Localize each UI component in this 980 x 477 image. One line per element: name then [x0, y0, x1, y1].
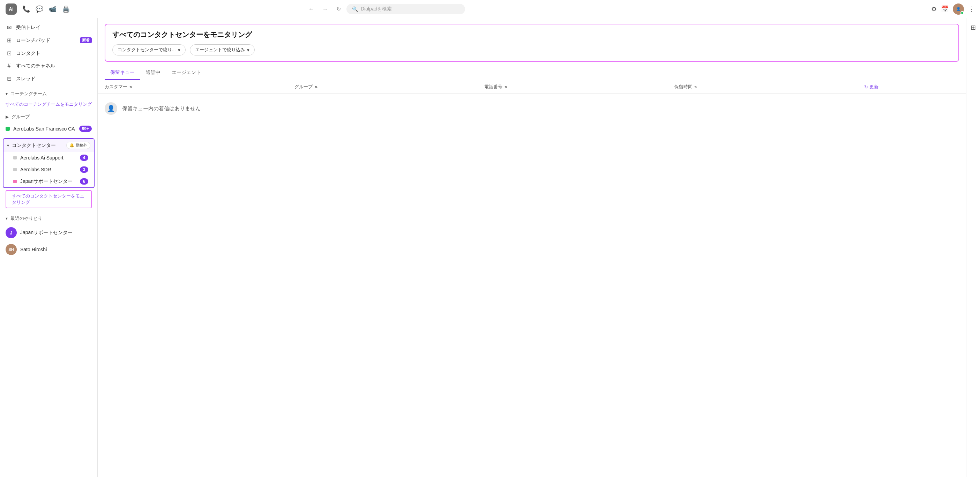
- recent-item-0[interactable]: J Japanサポートセンター: [0, 224, 97, 241]
- coaching-monitor-link[interactable]: すべてのコーチングチームをモニタリング: [0, 100, 97, 109]
- tab-agents[interactable]: エージェント: [166, 66, 207, 80]
- settings-icon[interactable]: ⚙: [931, 5, 937, 13]
- monitor-header: すべてのコンタクトセンターをモニタリング コンタクトセンターで絞り... ▾ エ…: [105, 24, 959, 62]
- cc-count-0: 4: [80, 154, 88, 161]
- contact-center-item-0[interactable]: Aerolabs Ai Support 4: [3, 152, 94, 164]
- forward-button[interactable]: →: [320, 5, 331, 14]
- topbar-actions: 📞 💬 📹 🖨️: [22, 5, 70, 13]
- launchpad-new-badge: 新着: [80, 37, 92, 43]
- time-sort-icon: ⇅: [694, 85, 697, 89]
- inbox-icon: ✉: [6, 24, 13, 31]
- table-header: カスタマー ⇅ グループ ⇅ 電話番号 ⇅ 保留時間 ⇅ ↻ 更新: [98, 80, 966, 94]
- threads-icon: ⊟: [6, 75, 13, 82]
- right-sidebar-icon[interactable]: ⊞: [970, 24, 976, 32]
- recent-label-0: Japanサポートセンター: [20, 230, 73, 236]
- recent-avatar-1: SH: [6, 244, 17, 255]
- search-placeholder: Dialpadを検索: [361, 6, 392, 12]
- refresh-button[interactable]: ↻: [334, 4, 344, 14]
- chat-icon[interactable]: 💬: [36, 5, 43, 13]
- launchpad-icon: ⊞: [6, 37, 13, 44]
- cc-color-2: [13, 180, 17, 183]
- print-icon[interactable]: 🖨️: [62, 5, 70, 13]
- sidebar-item-launchpad[interactable]: ⊞ ローンチパッド 新着: [0, 34, 97, 47]
- groups-section-header[interactable]: ▶ グループ: [0, 111, 97, 123]
- coaching-section-header[interactable]: ▾ コーチングチーム: [0, 88, 97, 100]
- recent-label-1: Sato Hiroshi: [20, 247, 47, 252]
- filter-agent-btn[interactable]: エージェントで絞り込み ▾: [190, 45, 255, 56]
- cc-count-2: 6: [80, 178, 88, 184]
- group-label: AeroLabs San Francisco CA: [13, 126, 76, 132]
- sidebar: ✉ 受信トレイ ⊞ ローンチパッド 新着 ⊡ コンタクト # すべてのチャネル …: [0, 18, 98, 477]
- more-menu-icon[interactable]: ⋮: [968, 5, 974, 13]
- tab-in-call[interactable]: 通話中: [140, 66, 166, 80]
- contacts-icon: ⊡: [6, 50, 13, 57]
- search-bar[interactable]: 🔍 Dialpadを検索: [347, 4, 465, 14]
- contact-center-header[interactable]: ▾ コンタクトセンター 🔔 勤務外: [3, 139, 94, 152]
- contact-center-box: ▾ コンタクトセンター 🔔 勤務外 Aerolabs Ai Support 4 …: [3, 138, 95, 188]
- group-color-dot: [6, 127, 10, 131]
- recent-expand-icon: ▾: [6, 216, 8, 221]
- col-group-header[interactable]: グループ ⇅: [294, 84, 484, 90]
- coaching-expand-icon: ▾: [6, 91, 8, 96]
- video-icon[interactable]: 📹: [49, 5, 57, 13]
- empty-avatar: 👤: [105, 102, 117, 115]
- filter-contact-center-btn[interactable]: コンタクトセンターで絞り... ▾: [112, 45, 186, 56]
- launchpad-label: ローンチパッド: [16, 37, 76, 44]
- recent-section-header[interactable]: ▾ 最近のやりとり: [0, 213, 97, 224]
- sidebar-item-inbox[interactable]: ✉ 受信トレイ: [0, 21, 97, 34]
- recent-item-1[interactable]: SH Sato Hiroshi: [0, 241, 97, 258]
- group-item-aerolabs-sf[interactable]: AeroLabs San Francisco CA 99+: [0, 123, 97, 135]
- cc-color-1: [13, 168, 17, 171]
- contact-center-item-1[interactable]: Aerolabs SDR 3: [3, 164, 94, 175]
- col-action-header: ↻ 更新: [864, 84, 959, 90]
- col-customer-header[interactable]: カスタマー ⇅: [105, 84, 294, 90]
- cc-label-1: Aerolabs SDR: [20, 167, 76, 172]
- contact-center-section-label: コンタクトセンター: [12, 142, 64, 149]
- tab-hold-queue[interactable]: 保留キュー: [105, 66, 140, 80]
- monitor-filters: コンタクトセンターで絞り... ▾ エージェントで絞り込み ▾: [112, 45, 951, 56]
- sidebar-item-channels[interactable]: # すべてのチャネル: [0, 60, 97, 72]
- calendar-icon[interactable]: 📅: [941, 5, 948, 13]
- coaching-section-label: コーチングチーム: [11, 91, 47, 97]
- recent-avatar-0: J: [6, 227, 17, 238]
- online-status-dot: [961, 11, 964, 15]
- main-layout: ✉ 受信トレイ ⊞ ローンチパッド 新着 ⊡ コンタクト # すべてのチャネル …: [0, 18, 980, 477]
- phone-icon[interactable]: 📞: [22, 5, 30, 13]
- topbar-right: ⚙ 📅 👤 ⋮: [931, 3, 974, 15]
- monitor-link-wrap: すべてのコンタクトセンターをモニタリング: [3, 190, 95, 208]
- groups-section-label: グループ: [11, 114, 30, 120]
- monitor-title: すべてのコンタクトセンターをモニタリング: [112, 30, 951, 40]
- col-time-header[interactable]: 保留時間 ⇅: [675, 84, 864, 90]
- browser-nav: ← → ↻ 🔍 Dialpadを検索: [305, 4, 465, 14]
- empty-state-row: 👤 保留キュー内の着信はありません: [98, 94, 966, 123]
- inbox-label: 受信トレイ: [16, 24, 92, 31]
- channels-icon: #: [6, 63, 13, 69]
- sidebar-item-threads[interactable]: ⊟ スレッド: [0, 72, 97, 85]
- user-avatar-wrap[interactable]: 👤: [953, 3, 964, 15]
- empty-message: 保留キュー内の着信はありません: [122, 105, 200, 112]
- contact-center-expand-icon: ▾: [7, 143, 9, 148]
- cc-label-0: Aerolabs Ai Support: [20, 155, 76, 161]
- topbar: Ai 📞 💬 📹 🖨️ ← → ↻ 🔍 Dialpadを検索 ⚙ 📅 👤 ⋮: [0, 0, 980, 18]
- filter-cc-label: コンタクトセンターで絞り...: [118, 47, 176, 53]
- content-area: すべてのコンタクトセンターをモニタリング コンタクトセンターで絞り... ▾ エ…: [98, 18, 966, 477]
- cc-color-0: [13, 156, 17, 159]
- refresh-icon: ↻: [864, 84, 868, 90]
- groups-expand-icon: ▶: [6, 114, 9, 119]
- sidebar-item-contacts[interactable]: ⊡ コンタクト: [0, 47, 97, 60]
- channels-label: すべてのチャネル: [16, 63, 92, 69]
- threads-label: スレッド: [16, 76, 92, 82]
- app-logo[interactable]: Ai: [6, 3, 17, 15]
- search-icon: 🔍: [352, 6, 358, 12]
- back-button[interactable]: ←: [305, 5, 317, 14]
- filter-agent-chevron: ▾: [247, 48, 250, 53]
- all-contact-centers-monitor-link[interactable]: すべてのコンタクトセンターをモニタリング: [6, 190, 92, 208]
- cc-label-2: Japanサポートセンター: [20, 178, 76, 184]
- bell-icon: 🔔: [69, 143, 74, 148]
- filter-agent-label: エージェントで絞り込み: [195, 47, 245, 53]
- contact-center-item-2[interactable]: Japanサポートセンター 6: [3, 175, 94, 188]
- off-duty-label: 勤務外: [76, 143, 87, 148]
- col-phone-header[interactable]: 電話番号 ⇅: [484, 84, 674, 90]
- refresh-btn[interactable]: ↻ 更新: [864, 84, 959, 90]
- content-tabs: 保留キュー 通話中 エージェント: [98, 66, 966, 80]
